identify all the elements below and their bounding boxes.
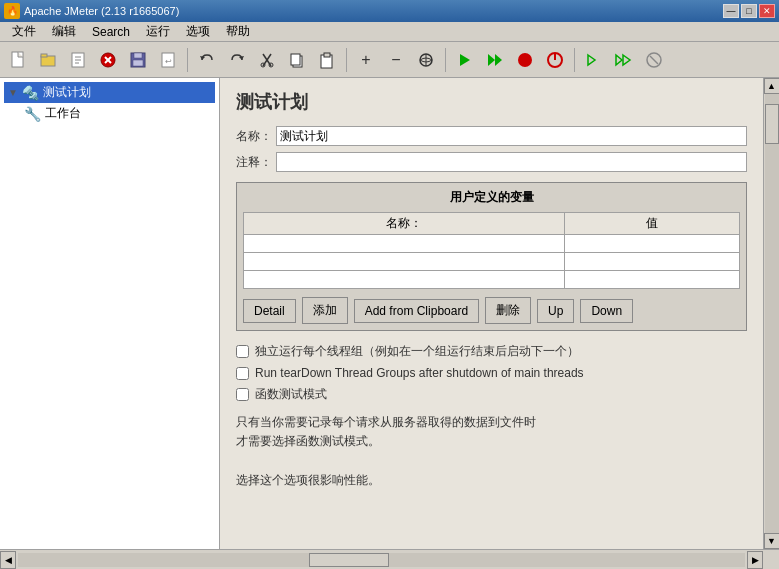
toolbar-remote-start-all-button[interactable]: [610, 46, 638, 74]
right-panel: 测试计划 名称： 注释： 用户定义的变量 名称： 值: [220, 78, 779, 549]
scroll-track[interactable]: [765, 94, 779, 533]
toolbar-revert-button[interactable]: ↩: [154, 46, 182, 74]
toolbar-add-node-button[interactable]: +: [352, 46, 380, 74]
toolbar-save-button[interactable]: [124, 46, 152, 74]
test-plan-icon: 🔩: [22, 85, 39, 101]
maximize-button[interactable]: □: [741, 4, 757, 18]
toolbar-shutdown-button[interactable]: [541, 46, 569, 74]
toolbar-open-button[interactable]: [34, 46, 62, 74]
functional-mode-checkbox[interactable]: [236, 388, 249, 401]
table-cell-value[interactable]: [564, 235, 739, 253]
toolbar-save-template-button[interactable]: [64, 46, 92, 74]
table-cell-name[interactable]: [244, 253, 565, 271]
title-bar: 🔥 Apache JMeter (2.13 r1665067) — □ ✕: [0, 0, 779, 22]
variables-title: 用户定义的变量: [243, 189, 740, 206]
tree-toggle-icon: ▼: [8, 87, 18, 98]
scroll-down-button[interactable]: ▼: [764, 533, 780, 549]
toolbar-browse-button[interactable]: [412, 46, 440, 74]
close-button[interactable]: ✕: [759, 4, 775, 18]
toolbar-remote-start-button[interactable]: [580, 46, 608, 74]
toolbar-remove-node-button[interactable]: −: [382, 46, 410, 74]
svg-marker-29: [460, 54, 470, 66]
col-header-value: 值: [564, 213, 739, 235]
table-cell-name[interactable]: [244, 271, 565, 289]
add-button[interactable]: 添加: [302, 297, 348, 324]
toolbar-undo-button[interactable]: [193, 46, 221, 74]
svg-marker-36: [616, 55, 622, 65]
comment-label: 注释：: [236, 154, 276, 171]
scroll-left-button[interactable]: ◀: [0, 551, 16, 569]
teardown-thread-groups-label: Run tearDown Thread Groups after shutdow…: [255, 366, 584, 380]
paste-icon: [318, 51, 336, 69]
svg-line-39: [650, 56, 658, 64]
table-cell-value[interactable]: [564, 271, 739, 289]
undo-icon: [198, 51, 216, 69]
scroll-corner: [763, 551, 779, 569]
content-area: 测试计划 名称： 注释： 用户定义的变量 名称： 值: [220, 78, 763, 549]
h-scroll-thumb[interactable]: [309, 553, 389, 567]
up-button[interactable]: Up: [537, 299, 574, 323]
toolbar-paste-button[interactable]: [313, 46, 341, 74]
table-cell-name[interactable]: [244, 235, 565, 253]
toolbar-copy-button[interactable]: [283, 46, 311, 74]
menu-help[interactable]: 帮助: [218, 21, 258, 42]
col-header-name: 名称：: [244, 213, 565, 235]
table-cell-value[interactable]: [564, 253, 739, 271]
copy-icon: [288, 51, 306, 69]
revert-icon: ↩: [159, 51, 177, 69]
save-icon: [129, 51, 147, 69]
scroll-up-button[interactable]: ▲: [764, 78, 780, 94]
remote-start-all-icon: [615, 51, 633, 69]
tree-item-workbench[interactable]: 🔧 工作台: [4, 103, 215, 124]
delete-button[interactable]: 删除: [485, 297, 531, 324]
toolbar: ↩ +: [0, 42, 779, 78]
window-controls: — □ ✕: [723, 4, 775, 18]
stop-icon: [99, 51, 117, 69]
independent-thread-groups-checkbox[interactable]: [236, 345, 249, 358]
bottom-bar: ◀ ▶: [0, 549, 779, 569]
vertical-scrollbar: ▲ ▼: [763, 78, 779, 549]
comment-input[interactable]: [276, 152, 747, 172]
menu-edit[interactable]: 编辑: [44, 21, 84, 42]
open-icon: [39, 51, 57, 69]
svg-marker-30: [488, 54, 495, 66]
table-row: [244, 253, 740, 271]
functional-mode-label: 函数测试模式: [255, 386, 327, 403]
down-button[interactable]: Down: [580, 299, 633, 323]
h-scroll-track[interactable]: [18, 553, 745, 567]
detail-button[interactable]: Detail: [243, 299, 296, 323]
menu-bar: 文件 编辑 Search 运行 选项 帮助: [0, 22, 779, 42]
toolbar-stop-button[interactable]: [94, 46, 122, 74]
toolbar-run-no-pause-button[interactable]: [481, 46, 509, 74]
page-title: 测试计划: [236, 90, 747, 114]
checkboxes-section: 独立运行每个线程组（例如在一个组运行结束后启动下一个） Run tearDown…: [236, 343, 747, 490]
redo-icon: [228, 51, 246, 69]
toolbar-run-button[interactable]: [451, 46, 479, 74]
name-label: 名称：: [236, 128, 276, 145]
menu-file[interactable]: 文件: [4, 21, 44, 42]
browse-icon: [417, 51, 435, 69]
scroll-thumb[interactable]: [765, 104, 779, 144]
variables-table: 名称： 值: [243, 212, 740, 289]
toolbar-new-button[interactable]: [4, 46, 32, 74]
table-row: [244, 271, 740, 289]
add-node-icon: +: [357, 51, 375, 69]
variables-section: 用户定义的变量 名称： 值: [236, 182, 747, 331]
svg-text:↩: ↩: [165, 57, 172, 66]
scroll-right-button[interactable]: ▶: [747, 551, 763, 569]
menu-options[interactable]: 选项: [178, 21, 218, 42]
add-from-clipboard-button[interactable]: Add from Clipboard: [354, 299, 479, 323]
toolbar-remote-stop-all-button[interactable]: [640, 46, 668, 74]
name-input[interactable]: [276, 126, 747, 146]
toolbar-stop-run-button[interactable]: [511, 46, 539, 74]
tree-item-test-plan[interactable]: ▼ 🔩 测试计划: [4, 82, 215, 103]
toolbar-cut-button[interactable]: [253, 46, 281, 74]
menu-search[interactable]: Search: [84, 23, 138, 41]
toolbar-redo-button[interactable]: [223, 46, 251, 74]
templates-icon: [69, 51, 87, 69]
left-panel: ▼ 🔩 测试计划 🔧 工作台: [0, 78, 220, 549]
shutdown-icon: [546, 51, 564, 69]
teardown-thread-groups-checkbox[interactable]: [236, 367, 249, 380]
minimize-button[interactable]: —: [723, 4, 739, 18]
menu-run[interactable]: 运行: [138, 21, 178, 42]
